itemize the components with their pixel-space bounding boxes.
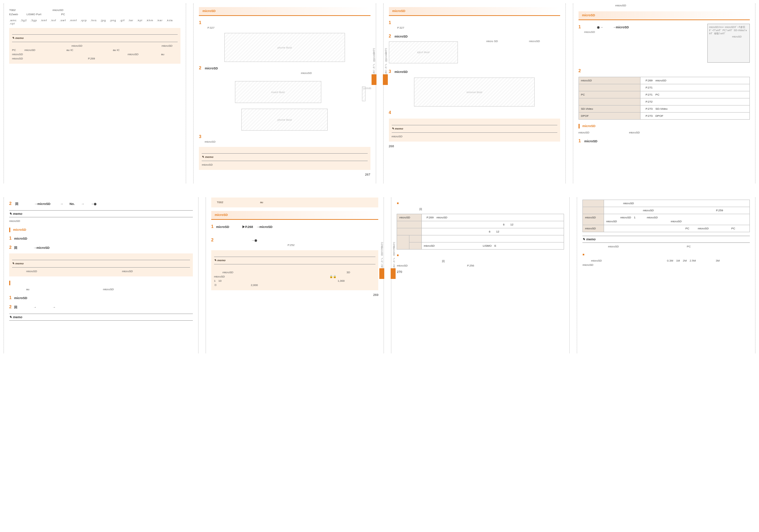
sq-body: microSD 0.3M 1M 2M 2.5M 3M microSD [582,259,750,267]
step2-title: microSD [395,35,455,38]
page-col4b: microSD microSD P.259 microSD microSD 1 … [577,198,755,353]
extension-list: .amc .3g2 .3gp .kmf .kvf .swf .mmf .qcp … [9,19,180,25]
step2: 2 microSD eject illust micro SD microSD [389,33,560,65]
step-num: 1 [199,19,204,26]
step-num: 2 [389,33,394,39]
sub-step1: 1 microSD [579,138,750,144]
sidebar-label: データー microSDメモリーカード [379,240,384,270]
page-269: T002 au microSD 1microSD ▶P.268 →microSD… [206,198,384,353]
step1-sub [217,230,379,234]
step1: 1 P.327 [389,19,560,30]
page-number: 268 [389,144,560,148]
page-col4a: microSD microSD microSDﾒﾆｭｰ microSDﾃﾞｰﾀ参… [573,4,755,183]
memo-box-267: memo microSD [199,147,370,170]
sidebar-label: データー microSDメモリーカード [372,46,376,76]
step1-title [205,21,253,25]
step-num: 2 [9,200,14,207]
step3: 3 microSD [389,68,560,75]
sub-a: microSD [9,228,193,232]
sidebar-label: データー microSDメモリーカード [391,240,396,270]
card-label [357,83,370,86]
info-tbody: microSD microSD P.259 microSD microSD 1 … [583,200,750,232]
step-num: 2 [9,304,14,310]
figure-phone-back: phone illust [224,33,345,62]
page-268: microSD 1 P.327 2 microSD eject illust m… [383,4,566,183]
step4: 4 [389,109,560,116]
page-number: 269 [211,293,379,297]
figure-eject: eject illust [389,41,458,63]
figure-insert: insert illust [235,81,321,103]
b-step2: 回 → → [14,305,65,309]
intro-line: microSD [579,4,750,8]
memo-body: microSD [202,163,367,167]
options-table: microSD P.269 microSD 6 12 6 12 microSD … [397,214,564,250]
page-tab [391,268,396,279]
options-tbody: microSD P.269 microSD 6 12 6 12 microSD … [397,214,564,250]
page-267: microSD 1 P.327 phone illust 2 microSD m… [193,4,376,183]
page-col1a: T002 microSD EZweb LISMO Port PC .amc .3… [4,4,186,183]
note-top: T002 au [211,198,379,207]
memo-box-268: memo microSD [389,119,560,142]
spread-bottom: 2 回 →microSD → No. → →◉ memo microSD mic… [4,198,755,353]
figure-sdcard-icon: 128MB [362,86,365,101]
step1-sub: P.327 [395,26,560,30]
sq2-body: 回 microSD P.256 [397,259,564,268]
step2-body: micro SD microSD [461,39,560,65]
memo-title: memo [9,315,22,319]
step-num: 1 [9,235,14,241]
figure-remove: remove illust [414,78,535,107]
step3-sub: microSD [205,140,370,144]
step-num: 2 [579,68,583,74]
b-body: au microSD [9,287,193,292]
memo-body: microSD 3D microSD 🔒🔒 1 10 [214,266,376,287]
memo-title: memo [202,155,213,159]
step2-title: →◉ [216,239,257,242]
square-h1 [397,201,564,206]
memo-title: memo [12,262,24,265]
step-num: 3 [199,133,204,140]
a-step2: 回 →microSD [14,246,62,250]
step-num: 1 [211,223,216,230]
menu-table: microSD P.269 microSD P.271 PC P.271 PC … [579,77,750,120]
step1-title: ◉→ →microSD [584,25,632,29]
step2: 2 microSD microSD [199,65,370,75]
section-heading: microSD [211,211,379,220]
step-num: 2 [9,244,14,251]
info-table: microSD microSD P.259 microSD microSD 1 … [582,200,750,232]
b-step1: microSD [14,296,37,300]
memo-body: microSD microSD [12,269,190,274]
memo-body: microSD [392,135,557,139]
step1-title: microSD ▶P.268 →microSD [216,225,288,229]
square-h2 [397,253,564,258]
page-tab [379,268,384,279]
sidebar-label: データー microSDメモリーカード [384,46,388,76]
page-number: 267 [199,173,370,176]
step1: 1 P.327 [199,19,370,30]
page-number: 270 [397,270,564,274]
step2: 2 回 →microSD → No. → →◉ [9,200,193,207]
sub-b [9,281,193,285]
memo-box-a: memo microSD microSD [9,253,193,276]
step-num: 4 [389,109,394,116]
step-num: 1 [579,138,583,144]
section-heading: microSD [579,11,750,20]
memo-body: microSD [9,219,193,223]
step1-title [395,21,442,25]
subheading: microSD [579,124,750,128]
memo-title: memo [582,238,596,241]
sub-body: microSD microSD [579,131,750,135]
menu-tbody: microSD P.269 microSD P.271 PC P.271 PC … [579,77,749,120]
figure-phone2: phone illust [241,109,328,131]
memo-body: microSD microSD PC microSD au IC au IC m… [12,44,178,61]
memo-box-269: memo microSD 3D microSD 🔒🔒 [211,250,379,290]
masked-heading [9,4,180,8]
section-heading: microSD [199,7,370,16]
memo-body [9,322,193,327]
intro-body: T002 microSD EZweb LISMO Port PC [9,8,180,17]
step2-sub: P.252 [217,243,379,247]
page-tab [372,74,376,85]
memo-title: memo [392,127,403,130]
memo-title: memo [12,36,24,40]
sub-step1-title: microSD [584,139,607,143]
memo-box: memo microSD microSD PC microSD au IC au… [9,28,180,64]
